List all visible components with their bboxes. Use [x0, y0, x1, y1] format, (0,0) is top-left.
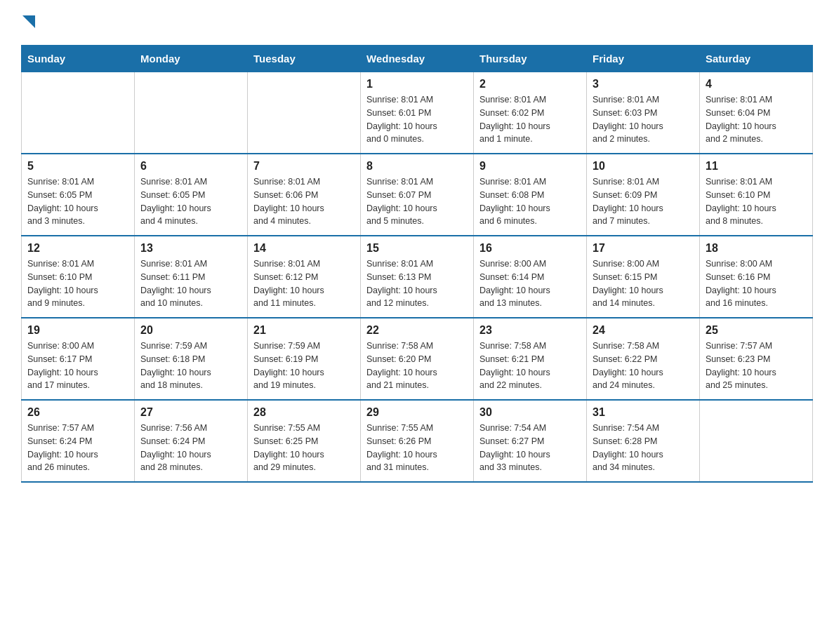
- day-number: 8: [366, 160, 468, 173]
- calendar-cell: 27Sunrise: 7:56 AM Sunset: 6:24 PM Dayli…: [135, 400, 248, 482]
- day-number: 18: [706, 242, 807, 255]
- day-number: 31: [593, 406, 694, 419]
- day-number: 11: [706, 160, 807, 173]
- day-info: Sunrise: 7:58 AM Sunset: 6:21 PM Dayligh…: [479, 340, 581, 392]
- day-info: Sunrise: 8:00 AM Sunset: 6:16 PM Dayligh…: [706, 257, 807, 310]
- day-info: Sunrise: 8:01 AM Sunset: 6:10 PM Dayligh…: [706, 175, 807, 228]
- calendar-cell: 18Sunrise: 8:00 AM Sunset: 6:16 PM Dayli…: [700, 236, 813, 318]
- day-number: 6: [140, 160, 241, 173]
- calendar-week-5: 26Sunrise: 7:57 AM Sunset: 6:24 PM Dayli…: [22, 400, 813, 482]
- day-info: Sunrise: 8:01 AM Sunset: 6:08 PM Dayligh…: [479, 175, 581, 228]
- calendar-cell: 30Sunrise: 7:54 AM Sunset: 6:27 PM Dayli…: [474, 400, 587, 482]
- day-number: 5: [27, 160, 128, 173]
- calendar-cell: 17Sunrise: 8:00 AM Sunset: 6:15 PM Dayli…: [587, 236, 700, 318]
- page-header: [21, 14, 813, 31]
- calendar-week-1: 1Sunrise: 8:01 AM Sunset: 6:01 PM Daylig…: [22, 72, 813, 154]
- col-tuesday: Tuesday: [248, 46, 361, 72]
- logo-arrow-icon: [22, 15, 35, 28]
- day-number: 2: [479, 78, 581, 90]
- calendar-cell: 13Sunrise: 8:01 AM Sunset: 6:11 PM Dayli…: [135, 236, 248, 318]
- calendar-header: Sunday Monday Tuesday Wednesday Thursday…: [22, 46, 813, 72]
- calendar-cell: 5Sunrise: 8:01 AM Sunset: 6:05 PM Daylig…: [22, 154, 135, 236]
- day-info: Sunrise: 8:00 AM Sunset: 6:14 PM Dayligh…: [479, 257, 581, 310]
- day-info: Sunrise: 7:56 AM Sunset: 6:24 PM Dayligh…: [140, 422, 241, 474]
- day-number: 14: [253, 242, 355, 255]
- day-info: Sunrise: 7:57 AM Sunset: 6:23 PM Dayligh…: [706, 340, 807, 392]
- calendar-cell: [248, 72, 361, 154]
- header-row: Sunday Monday Tuesday Wednesday Thursday…: [22, 46, 813, 72]
- calendar-cell: 31Sunrise: 7:54 AM Sunset: 6:28 PM Dayli…: [587, 400, 700, 482]
- day-info: Sunrise: 8:01 AM Sunset: 6:02 PM Dayligh…: [479, 93, 581, 146]
- calendar-cell: 4Sunrise: 8:01 AM Sunset: 6:04 PM Daylig…: [700, 72, 813, 154]
- calendar-cell: [700, 400, 813, 482]
- day-number: 17: [593, 242, 694, 255]
- day-number: 20: [140, 324, 241, 337]
- col-friday: Friday: [587, 46, 700, 72]
- day-number: 1: [366, 78, 468, 90]
- calendar-cell: 23Sunrise: 7:58 AM Sunset: 6:21 PM Dayli…: [474, 318, 587, 400]
- day-number: 30: [479, 406, 581, 419]
- calendar-cell: 14Sunrise: 8:01 AM Sunset: 6:12 PM Dayli…: [248, 236, 361, 318]
- day-info: Sunrise: 8:01 AM Sunset: 6:04 PM Dayligh…: [706, 93, 807, 146]
- day-info: Sunrise: 7:59 AM Sunset: 6:19 PM Dayligh…: [253, 340, 355, 392]
- day-info: Sunrise: 7:58 AM Sunset: 6:20 PM Dayligh…: [366, 340, 468, 392]
- day-info: Sunrise: 8:01 AM Sunset: 6:06 PM Dayligh…: [253, 175, 355, 228]
- day-info: Sunrise: 8:01 AM Sunset: 6:11 PM Dayligh…: [140, 257, 241, 310]
- day-number: 24: [593, 324, 694, 337]
- calendar-cell: 7Sunrise: 8:01 AM Sunset: 6:06 PM Daylig…: [248, 154, 361, 236]
- day-number: 9: [479, 160, 581, 173]
- day-info: Sunrise: 8:00 AM Sunset: 6:15 PM Dayligh…: [593, 257, 694, 310]
- day-info: Sunrise: 7:58 AM Sunset: 6:22 PM Dayligh…: [593, 340, 694, 392]
- calendar-cell: 12Sunrise: 8:01 AM Sunset: 6:10 PM Dayli…: [22, 236, 135, 318]
- day-info: Sunrise: 7:57 AM Sunset: 6:24 PM Dayligh…: [27, 422, 128, 474]
- day-number: 10: [593, 160, 694, 173]
- day-number: 12: [27, 242, 128, 255]
- calendar-cell: 3Sunrise: 8:01 AM Sunset: 6:03 PM Daylig…: [587, 72, 700, 154]
- day-info: Sunrise: 8:01 AM Sunset: 6:07 PM Dayligh…: [366, 175, 468, 228]
- day-number: 15: [366, 242, 468, 255]
- calendar-table: Sunday Monday Tuesday Wednesday Thursday…: [21, 45, 813, 483]
- day-number: 25: [706, 324, 807, 337]
- col-monday: Monday: [135, 46, 248, 72]
- day-number: 22: [366, 324, 468, 337]
- day-number: 27: [140, 406, 241, 419]
- calendar-cell: 25Sunrise: 7:57 AM Sunset: 6:23 PM Dayli…: [700, 318, 813, 400]
- day-info: Sunrise: 8:01 AM Sunset: 6:03 PM Dayligh…: [593, 93, 694, 146]
- calendar-cell: 15Sunrise: 8:01 AM Sunset: 6:13 PM Dayli…: [361, 236, 474, 318]
- calendar-cell: 2Sunrise: 8:01 AM Sunset: 6:02 PM Daylig…: [474, 72, 587, 154]
- logo: [21, 14, 35, 31]
- day-info: Sunrise: 7:55 AM Sunset: 6:26 PM Dayligh…: [366, 422, 468, 474]
- day-number: 4: [706, 78, 807, 90]
- col-saturday: Saturday: [700, 46, 813, 72]
- calendar-cell: 1Sunrise: 8:01 AM Sunset: 6:01 PM Daylig…: [361, 72, 474, 154]
- calendar-cell: 21Sunrise: 7:59 AM Sunset: 6:19 PM Dayli…: [248, 318, 361, 400]
- day-number: 21: [253, 324, 355, 337]
- day-number: 26: [27, 406, 128, 419]
- col-thursday: Thursday: [474, 46, 587, 72]
- day-info: Sunrise: 8:01 AM Sunset: 6:10 PM Dayligh…: [27, 257, 128, 310]
- calendar-body: 1Sunrise: 8:01 AM Sunset: 6:01 PM Daylig…: [22, 72, 813, 483]
- calendar-cell: 26Sunrise: 7:57 AM Sunset: 6:24 PM Dayli…: [22, 400, 135, 482]
- day-number: 29: [366, 406, 468, 419]
- day-info: Sunrise: 8:00 AM Sunset: 6:17 PM Dayligh…: [27, 340, 128, 392]
- day-number: 16: [479, 242, 581, 255]
- calendar-cell: 16Sunrise: 8:00 AM Sunset: 6:14 PM Dayli…: [474, 236, 587, 318]
- day-number: 19: [27, 324, 128, 337]
- day-info: Sunrise: 8:01 AM Sunset: 6:01 PM Dayligh…: [366, 93, 468, 146]
- calendar-cell: [135, 72, 248, 154]
- day-info: Sunrise: 7:54 AM Sunset: 6:27 PM Dayligh…: [479, 422, 581, 474]
- day-info: Sunrise: 7:54 AM Sunset: 6:28 PM Dayligh…: [593, 422, 694, 474]
- day-number: 3: [593, 78, 694, 90]
- day-info: Sunrise: 8:01 AM Sunset: 6:05 PM Dayligh…: [27, 175, 128, 228]
- calendar-cell: 29Sunrise: 7:55 AM Sunset: 6:26 PM Dayli…: [361, 400, 474, 482]
- day-number: 13: [140, 242, 241, 255]
- calendar-week-3: 12Sunrise: 8:01 AM Sunset: 6:10 PM Dayli…: [22, 236, 813, 318]
- col-wednesday: Wednesday: [361, 46, 474, 72]
- calendar-cell: 28Sunrise: 7:55 AM Sunset: 6:25 PM Dayli…: [248, 400, 361, 482]
- calendar-cell: 6Sunrise: 8:01 AM Sunset: 6:05 PM Daylig…: [135, 154, 248, 236]
- calendar-cell: 24Sunrise: 7:58 AM Sunset: 6:22 PM Dayli…: [587, 318, 700, 400]
- day-info: Sunrise: 8:01 AM Sunset: 6:13 PM Dayligh…: [366, 257, 468, 310]
- calendar-cell: 10Sunrise: 8:01 AM Sunset: 6:09 PM Dayli…: [587, 154, 700, 236]
- calendar-cell: 8Sunrise: 8:01 AM Sunset: 6:07 PM Daylig…: [361, 154, 474, 236]
- day-number: 23: [479, 324, 581, 337]
